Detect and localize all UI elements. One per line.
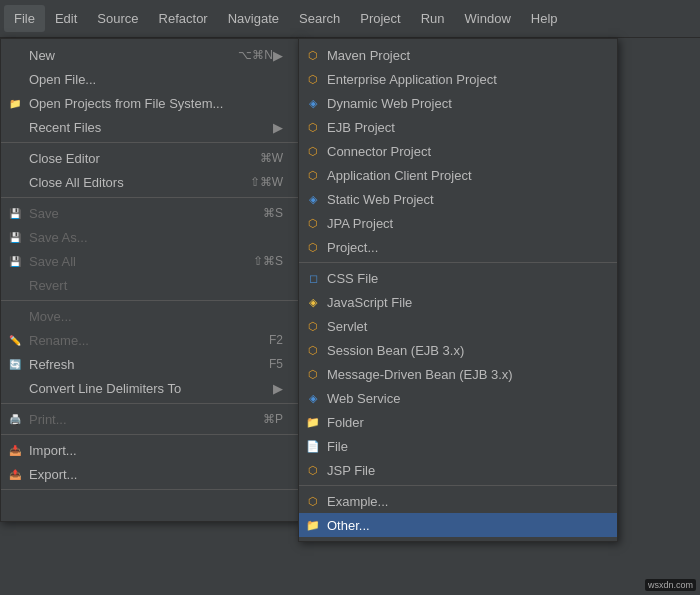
submenu-item-session-bean[interactable]: ⬡ Session Bean (EJB 3.x): [299, 338, 617, 362]
export-icon: 📤: [7, 466, 23, 482]
menubar-item-edit[interactable]: Edit: [45, 5, 87, 32]
submenu-item-folder[interactable]: 📁 Folder: [299, 410, 617, 434]
menu-item-close-editor[interactable]: Close Editor ⌘W: [1, 146, 299, 170]
submenu-item-msg-driven-bean[interactable]: ⬡ Message-Driven Bean (EJB 3.x): [299, 362, 617, 386]
css-file-icon: ◻: [305, 270, 321, 286]
menu-item-print[interactable]: 🖨️ Print... ⌘P: [1, 407, 299, 431]
separator-3: [1, 300, 299, 301]
menubar-item-run[interactable]: Run: [411, 5, 455, 32]
submenu-item-static-web[interactable]: ◈ Static Web Project: [299, 187, 617, 211]
menubar-item-window[interactable]: Window: [455, 5, 521, 32]
menubar-item-help[interactable]: Help: [521, 5, 568, 32]
menubar-item-refactor[interactable]: Refactor: [149, 5, 218, 32]
menu-item-save-as[interactable]: 💾 Save As...: [1, 225, 299, 249]
rename-icon: ✏️: [7, 332, 23, 348]
web-service-icon: ◈: [305, 390, 321, 406]
save-icon: 💾: [7, 205, 23, 221]
submenu-item-web-service[interactable]: ◈ Web Service: [299, 386, 617, 410]
submenu-item-example[interactable]: ⬡ Example...: [299, 489, 617, 513]
menubar-item-file[interactable]: File: [4, 5, 45, 32]
separator-4: [1, 403, 299, 404]
dynamic-web-icon: ◈: [305, 95, 321, 111]
menubar: File Edit Source Refactor Navigate Searc…: [0, 0, 700, 38]
menu-item-recent-files[interactable]: Recent Files ▶: [1, 115, 299, 139]
menu-item-rename[interactable]: ✏️ Rename... F2: [1, 328, 299, 352]
submenu-item-jpa-project[interactable]: ⬡ JPA Project: [299, 211, 617, 235]
appclient-project-icon: ⬡: [305, 167, 321, 183]
separator-5: [1, 434, 299, 435]
separator-2: [1, 197, 299, 198]
menubar-item-project[interactable]: Project: [350, 5, 410, 32]
file-icon: 📄: [305, 438, 321, 454]
enterprise-app-icon: ⬡: [305, 71, 321, 87]
project-icon: ⬡: [305, 239, 321, 255]
submenu-item-dynamic-web[interactable]: ◈ Dynamic Web Project: [299, 91, 617, 115]
jpa-project-icon: ⬡: [305, 215, 321, 231]
menu-item-revert[interactable]: Revert: [1, 273, 299, 297]
submenu-item-project[interactable]: ⬡ Project...: [299, 235, 617, 259]
menu-item-refresh[interactable]: 🔄 Refresh F5: [1, 352, 299, 376]
file-menu-panel: New ⌥⌘N ▶ Open File... 📁 Open Projects f…: [0, 38, 300, 522]
menubar-item-search[interactable]: Search: [289, 5, 350, 32]
menu-item-properties[interactable]: [1, 493, 299, 517]
ejb-project-icon: ⬡: [305, 119, 321, 135]
submenu-item-jsp-file[interactable]: ⬡ JSP File: [299, 458, 617, 482]
session-bean-icon: ⬡: [305, 342, 321, 358]
connector-project-icon: ⬡: [305, 143, 321, 159]
submenu-item-appclient-project[interactable]: ⬡ Application Client Project: [299, 163, 617, 187]
menu-item-close-all-editors[interactable]: Close All Editors ⇧⌘W: [1, 170, 299, 194]
menu-item-export[interactable]: 📤 Export...: [1, 462, 299, 486]
menu-item-move[interactable]: Move...: [1, 304, 299, 328]
dropdown-wrapper: New ⌥⌘N ▶ Open File... 📁 Open Projects f…: [0, 38, 300, 522]
jsp-file-icon: ⬡: [305, 462, 321, 478]
refresh-icon: 🔄: [7, 356, 23, 372]
submenu-item-ejb-project[interactable]: ⬡ EJB Project: [299, 115, 617, 139]
msg-driven-bean-icon: ⬡: [305, 366, 321, 382]
submenu-item-css-file[interactable]: ◻ CSS File: [299, 266, 617, 290]
separator-1: [1, 142, 299, 143]
servlet-icon: ⬡: [305, 318, 321, 334]
folder-icon: 📁: [305, 414, 321, 430]
other-icon: 📁: [305, 517, 321, 533]
import-icon: 📥: [7, 442, 23, 458]
menu-item-save-all[interactable]: 💾 Save All ⇧⌘S: [1, 249, 299, 273]
submenu-item-file[interactable]: 📄 File: [299, 434, 617, 458]
maven-project-icon: ⬡: [305, 47, 321, 63]
print-icon: 🖨️: [7, 411, 23, 427]
separator-6: [1, 489, 299, 490]
menubar-item-source[interactable]: Source: [87, 5, 148, 32]
submenu-separator-2: [299, 485, 617, 486]
submenu-separator-1: [299, 262, 617, 263]
submenu-item-connector-project[interactable]: ⬡ Connector Project: [299, 139, 617, 163]
menu-item-save[interactable]: 💾 Save ⌘S: [1, 201, 299, 225]
submenu-item-other[interactable]: 📁 Other...: [299, 513, 617, 537]
static-web-icon: ◈: [305, 191, 321, 207]
submenu-item-js-file[interactable]: ◈ JavaScript File: [299, 290, 617, 314]
example-icon: ⬡: [305, 493, 321, 509]
menu-item-import[interactable]: 📥 Import...: [1, 438, 299, 462]
watermark: wsxdn.com: [645, 579, 696, 591]
submenu-item-enterprise-app[interactable]: ⬡ Enterprise Application Project: [299, 67, 617, 91]
menu-item-convert[interactable]: Convert Line Delimiters To ▶: [1, 376, 299, 400]
menubar-item-navigate[interactable]: Navigate: [218, 5, 289, 32]
submenu-item-maven-project[interactable]: ⬡ Maven Project: [299, 43, 617, 67]
menu-item-open-projects[interactable]: 📁 Open Projects from File System...: [1, 91, 299, 115]
save-as-icon: 💾: [7, 229, 23, 245]
submenu-item-servlet[interactable]: ⬡ Servlet: [299, 314, 617, 338]
open-projects-icon: 📁: [7, 95, 23, 111]
js-file-icon: ◈: [305, 294, 321, 310]
new-submenu-panel: ⬡ Maven Project ⬡ Enterprise Application…: [298, 38, 618, 542]
menu-item-new[interactable]: New ⌥⌘N ▶: [1, 43, 299, 67]
save-all-icon: 💾: [7, 253, 23, 269]
menu-item-open-file[interactable]: Open File...: [1, 67, 299, 91]
